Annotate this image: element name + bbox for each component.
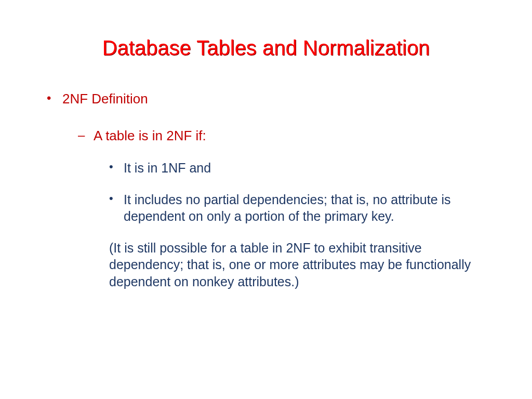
- level2-text: A table is in 2NF if:: [94, 128, 206, 143]
- level1-text: 2NF Definition: [62, 91, 148, 107]
- bullet-list-level1: 2NF Definition A table is in 2NF if: It …: [36, 91, 496, 290]
- bullet-list-level3: It is in 1NF and It includes no partial …: [94, 159, 496, 290]
- level2-item: A table is in 2NF if: It is in 1NF and I…: [78, 128, 496, 290]
- level3-item-note: (It is still possible for a table in 2NF…: [109, 240, 496, 290]
- slide: Database Tables and Normalization Databa…: [0, 0, 532, 399]
- level1-item: 2NF Definition A table is in 2NF if: It …: [47, 91, 496, 290]
- level3-item: It is in 1NF and: [109, 159, 496, 177]
- level3-text-2: (It is still possible for a table in 2NF…: [109, 241, 471, 289]
- bullet-list-level2: A table is in 2NF if: It is in 1NF and I…: [62, 128, 496, 290]
- level3-item: It includes no partial dependencies; tha…: [109, 191, 496, 225]
- slide-title: Database Tables and Normalization Databa…: [36, 36, 496, 60]
- title-main: Database Tables and Normalization: [102, 36, 430, 59]
- level3-text-0: It is in 1NF and: [124, 161, 211, 175]
- level3-text-1: It includes no partial dependencies; tha…: [124, 192, 451, 224]
